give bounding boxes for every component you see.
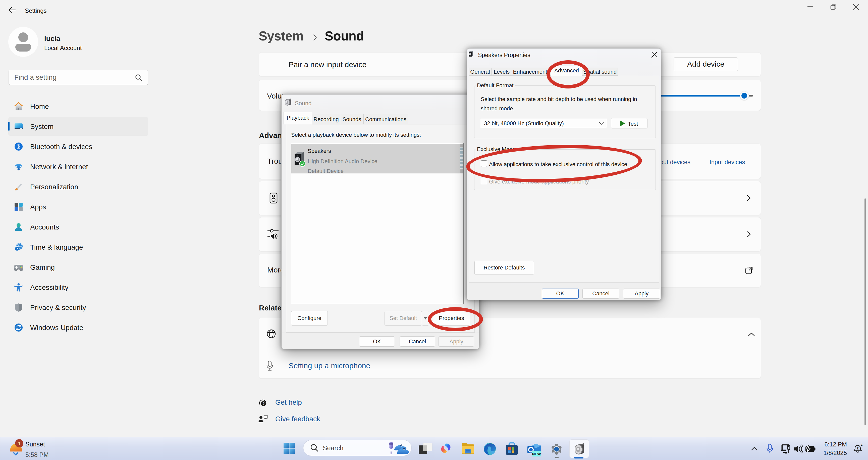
svg-text:?: ? xyxy=(262,401,265,406)
svg-text:z: z xyxy=(861,443,863,447)
svg-text:NEW: NEW xyxy=(532,452,541,456)
svg-text:z: z xyxy=(857,446,859,450)
